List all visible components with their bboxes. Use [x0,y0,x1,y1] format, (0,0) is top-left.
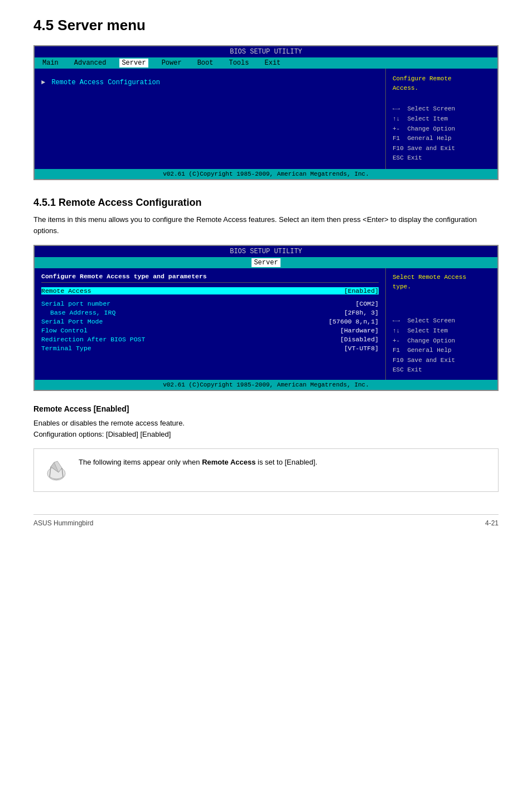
key2-change-option: +- Change Option [393,336,491,346]
row-value-remote-access: [Enabled] [344,287,379,294]
key-change-option: +- Change Option [393,124,491,134]
bold-heading: Remote Access [Enabled] [33,404,499,413]
row-label-serial-port: Serial port number [41,300,110,307]
bios-right-keys-1: ←→ Select Screen ↑↓ Select Item +- Chang… [393,104,491,163]
menu-main[interactable]: Main [40,59,61,67]
table-row[interactable]: Base Address, IRQ [2F8h, 3] [41,309,379,316]
table-row[interactable]: Flow Control [Hardware] [41,327,379,334]
row-label-remote-access: Remote Access [41,287,91,294]
key-general-help: F1 General Help [393,134,491,144]
note-bold: Remote Access [202,458,255,466]
main-heading: 4.5 Server menu [33,17,499,34]
menu-boot[interactable]: Boot [195,59,216,67]
bios-footer-2: v02.61 (C)Copyright 1985-2009, American … [35,380,497,390]
bios-screen-1: BIOS SETUP UTILITY Main Advanced Server … [33,45,499,180]
bios-body-2: Configure Remote Access type and paramet… [35,268,497,380]
menu-advanced[interactable]: Advanced [72,59,109,67]
sub-heading-num: 4.5.1 [33,197,56,208]
key-save-exit: F10 Save and Exit [393,144,491,154]
row-label-base-address: Base Address, IRQ [41,309,115,316]
arrow-icon: ► [41,79,45,86]
footer-right: 4-21 [485,519,499,527]
menu-exit[interactable]: Exit [262,59,283,67]
row-value-base-address: [2F8h, 3] [344,309,379,316]
bios-left-2: Configure Remote Access type and paramet… [35,268,386,380]
bios-content-item[interactable]: ► Remote Access Configuration [41,79,379,86]
menu-server[interactable]: Server [119,59,148,67]
row-label-redirection: Redirection After BIOS POST [41,336,145,343]
row-value-redirection: [Disabled] [340,336,379,343]
bios-right-keys-2: ←→ Select Screen ↑↓ Select Item +- Chang… [393,316,491,375]
config-options-text: Enables or disables the remote access fe… [33,418,499,439]
key-select-screen: ←→ Select Screen [393,104,491,114]
bios-right-info-2: Select Remote Accesstype. [393,273,491,291]
sub-heading: 4.5.1 Remote Access Configuration [33,197,499,209]
menu-power[interactable]: Power [159,59,184,67]
row-label-flow-control: Flow Control [41,327,88,334]
bios-right-info-1: Configure RemoteAccess. [393,74,491,93]
bios-menu-bar-2: Server [35,257,497,268]
table-row[interactable]: Terminal Type [VT-UTF8] [41,345,379,352]
row-value-terminal: [VT-UTF8] [344,345,379,352]
row-label-serial-mode: Serial Port Mode [41,318,103,325]
menu-tools[interactable]: Tools [226,59,251,67]
sub-heading-title: Remote Access Configuration [59,197,201,208]
note-text: The following items appear only when Rem… [79,457,317,468]
key2-select-screen: ←→ Select Screen [393,316,491,326]
key2-esc-exit: ESC Exit [393,365,491,375]
row-value-serial-port: [COM2] [356,300,379,307]
note-box: The following items appear only when Rem… [33,448,499,492]
table-row[interactable]: Serial port number [COM2] [41,300,379,307]
page-footer: ASUS Hummingbird 4-21 [33,514,499,527]
bios-body-1: ► Remote Access Configuration Configure … [35,69,497,169]
row-value-serial-mode: [57600 8,n,1] [328,318,379,325]
table-row[interactable]: Remote Access [Enabled] [41,287,379,294]
key-esc-exit: ESC Exit [393,153,491,163]
row-label-terminal: Terminal Type [41,345,91,352]
bios-title-2: BIOS SETUP UTILITY [35,246,497,257]
key2-general-help: F1 General Help [393,346,491,356]
note-icon [43,457,70,484]
section-header: Configure Remote Access type and paramet… [41,273,379,283]
description-text: The items in this menu allows you to con… [33,214,499,236]
bios-left-1: ► Remote Access Configuration [35,69,386,169]
bios-right-2: Select Remote Accesstype. ←→ Select Scre… [386,268,497,380]
bios-right-1: Configure RemoteAccess. ←→ Select Screen… [386,69,497,169]
bios-footer-1: v02.61 (C)Copyright 1985-2009, American … [35,169,497,179]
row-value-flow-control: [Hardware] [340,327,379,334]
menu-server-2[interactable]: Server [252,258,280,267]
table-row[interactable]: Redirection After BIOS POST [Disabled] [41,336,379,343]
bios-menu-bar-1: Main Advanced Server Power Boot Tools Ex… [35,57,497,69]
footer-left: ASUS Hummingbird [33,519,93,527]
bios-title-1: BIOS SETUP UTILITY [35,46,497,57]
table-row[interactable]: Serial Port Mode [57600 8,n,1] [41,318,379,325]
bios-screen-2: BIOS SETUP UTILITY Server Configure Remo… [33,245,499,391]
key2-save-exit: F10 Save and Exit [393,356,491,366]
key2-select-item: ↑↓ Select Item [393,326,491,336]
key-select-item: ↑↓ Select Item [393,114,491,124]
remote-access-config-label: Remote Access Configuration [51,79,159,86]
